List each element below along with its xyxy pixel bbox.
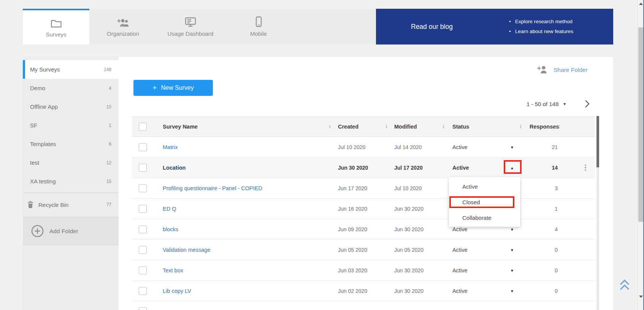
share-folder-label: Share Folder	[554, 67, 588, 73]
sort-icon[interactable]: ▲▼	[385, 124, 388, 129]
row-actions-kebab-icon[interactable]	[584, 163, 587, 172]
folder-label: Demo	[30, 85, 45, 91]
highlight-box-dropdown-arrow	[504, 160, 522, 174]
folder-count: 148	[104, 67, 111, 72]
read-our-blog-link[interactable]: Read our blog	[411, 23, 453, 31]
add-folder-button[interactable]: Add Folder	[23, 216, 119, 246]
status-dropdown-arrow[interactable]: ▼	[508, 289, 516, 293]
responses-count: 14	[523, 165, 558, 171]
tab-label: Surveys	[46, 31, 66, 38]
table-header-row: Survey Name ▲▼ Created ▲▼ Modified ▲▼ St…	[132, 116, 595, 137]
scroll-to-top-button[interactable]	[619, 279, 630, 292]
survey-name-link[interactable]: Matrix	[163, 144, 178, 150]
status-option-active[interactable]: Active	[449, 179, 520, 194]
column-header-survey-name[interactable]: Survey Name	[163, 124, 198, 130]
next-page-button[interactable]	[585, 100, 592, 108]
folder-count: 4	[109, 86, 111, 91]
top-tab-bar: Surveys Organization	[23, 9, 613, 45]
tab-organization[interactable]: Organization	[89, 9, 157, 45]
sidebar-item-templates[interactable]: Templates 6	[23, 135, 119, 153]
sort-icon[interactable]: ▲▼	[328, 124, 331, 129]
app-window: Surveys Organization	[0, 0, 644, 310]
row-checkbox[interactable]	[139, 225, 147, 233]
sidebar-item-demo[interactable]: Demo 4	[23, 79, 119, 97]
table-scrollbar-thumb[interactable]	[596, 116, 599, 167]
scrollbar-up-arrow-icon[interactable]	[639, 3, 643, 5]
main-panel: Share Folder + New Survey 1 - 50 of 148 …	[119, 57, 613, 310]
sidebar-item-test[interactable]: test 12	[23, 153, 119, 172]
sort-icon[interactable]: ▲▼	[442, 124, 445, 129]
sidebar-item-offline-app[interactable]: Offline App 10	[23, 97, 119, 116]
status-value: Active	[452, 165, 469, 171]
sidebar-item-recycle-bin[interactable]: Recycle Bin 77	[23, 193, 119, 216]
sidebar-item-my-surveys[interactable]: My Surveys 148	[23, 60, 119, 79]
chevron-down-icon: ▼	[563, 102, 566, 106]
sidebar-item-xa-testing[interactable]: XA testing 15	[23, 172, 119, 191]
status-dropdown-arrow[interactable]: ▼	[508, 248, 516, 252]
plus-circle-icon	[31, 225, 44, 237]
row-checkbox[interactable]	[139, 143, 147, 151]
row-checkbox[interactable]	[139, 246, 147, 254]
status-value: Active	[452, 247, 468, 253]
column-header-modified[interactable]: Modified	[394, 124, 417, 130]
tab-usage-dashboard[interactable]: Usage Dashboard	[157, 9, 224, 45]
column-header-responses[interactable]: Responses	[530, 124, 559, 130]
status-dropdown-arrow[interactable]: ▼	[508, 227, 516, 231]
sort-icon[interactable]: ▲▼	[558, 124, 560, 129]
column-header-created[interactable]: Created	[338, 124, 358, 130]
scrollbar-down-arrow-icon[interactable]	[639, 296, 643, 298]
status-value: Active	[452, 226, 468, 232]
row-checkbox[interactable]	[139, 287, 147, 295]
responses-count: 0	[523, 267, 558, 273]
modified-date: Jul 14 2020	[394, 144, 422, 150]
column-header-status[interactable]: Status	[452, 124, 469, 130]
new-survey-button[interactable]: + New Survey	[133, 80, 213, 96]
folder-label: My Surveys	[30, 66, 60, 73]
modified-date: Jun 05 2020	[394, 247, 424, 253]
page-scrollbar-thumb[interactable]	[638, 27, 644, 222]
row-checkbox[interactable]	[139, 164, 147, 172]
folder-count: 10	[106, 104, 111, 110]
table-row: Text box Jun 03 2020 Jun 30 2020 Active …	[132, 260, 595, 281]
folder-label: SF	[30, 122, 37, 129]
survey-name-link[interactable]: Location	[163, 165, 186, 171]
share-folder-button[interactable]: Share Folder	[537, 65, 588, 75]
status-value: Active	[452, 267, 468, 273]
created-date: Jun 02 2020	[338, 288, 367, 294]
row-checkbox[interactable]	[139, 266, 147, 274]
add-folder-label: Add Folder	[49, 228, 78, 235]
banner-bullet: Explore research method	[508, 17, 573, 27]
person-add-group-icon	[117, 16, 130, 27]
tab-label: Usage Dashboard	[168, 30, 214, 37]
status-dropdown-arrow[interactable]: ▼	[508, 145, 516, 149]
modified-date: Jun 30 2020	[394, 267, 424, 273]
table-scrollbar[interactable]	[596, 116, 599, 310]
survey-name-link[interactable]: Text box	[163, 267, 183, 273]
folder-count: 15	[106, 179, 111, 184]
table-row-partial	[132, 301, 595, 310]
responses-count: 21	[523, 144, 558, 150]
status-dropdown-arrow[interactable]: ▼	[508, 268, 516, 272]
folder-label: XA testing	[30, 178, 56, 184]
survey-name-link[interactable]: Lib copy LV	[163, 288, 191, 294]
row-checkbox[interactable]	[139, 307, 147, 310]
survey-name-link[interactable]: Profiling questionnaire - Panel - COPIED	[163, 185, 262, 191]
survey-name-link[interactable]: blocks	[163, 226, 178, 232]
sidebar-item-sf[interactable]: SF 1	[23, 116, 119, 135]
tab-surveys[interactable]: Surveys	[23, 9, 89, 45]
banner-bullet-list: Explore research method Learn about new …	[508, 17, 573, 37]
sort-icon[interactable]: ▲▼	[519, 124, 522, 129]
status-option-collaborate[interactable]: Collaborate	[449, 210, 520, 226]
responses-count: 0	[523, 247, 558, 253]
survey-name-link[interactable]: Validation message	[163, 247, 210, 253]
select-all-checkbox[interactable]	[139, 123, 147, 131]
responses-count: 0	[523, 288, 558, 294]
tab-label: Organization	[107, 30, 139, 37]
pagination-range-selector[interactable]: 1 - 50 of 148 ▼	[527, 99, 566, 109]
tab-mobile[interactable]: Mobile	[224, 9, 293, 45]
survey-name-link[interactable]: ED Q	[163, 206, 176, 212]
banner-bullet: Learn about new features	[508, 27, 573, 37]
table-row: Profiling questionnaire - Panel - COPIED…	[132, 178, 595, 199]
row-checkbox[interactable]	[139, 184, 147, 192]
row-checkbox[interactable]	[139, 205, 147, 213]
